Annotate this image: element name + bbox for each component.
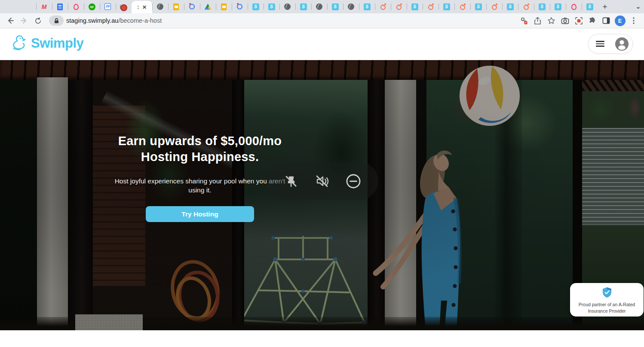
pinned-tab-hubspot[interactable] [486,0,502,13]
pinned-tab-swimply[interactable]: S [534,0,550,13]
volume-mute-icon[interactable] [314,174,330,189]
password-key-icon[interactable] [518,15,530,27]
pinned-tabs-before: Mup29 [36,0,132,13]
hubspot-favicon-icon [523,3,530,10]
swimply-favicon-icon: S [475,3,482,10]
swimply-favicon-icon: S [364,3,371,10]
pinned-tab-swimply[interactable]: S [359,0,375,13]
try-hosting-button[interactable]: Try Hosting [146,206,254,222]
pinned-tab-swimply[interactable]: S [439,0,454,13]
share-icon[interactable] [531,15,543,27]
pinned-tab-hubspot[interactable] [375,0,391,13]
pinned-tab-google-calendar[interactable]: 29 [100,0,116,13]
google-slides-favicon-icon [173,3,179,10]
pinned-tab-hubspot[interactable] [391,0,407,13]
reload-button[interactable] [32,15,44,27]
pinned-tab-hubspot[interactable] [423,0,439,13]
swimply-logo[interactable]: Swimply [10,35,83,52]
pinned-tab-hubspot[interactable] [454,0,470,13]
pinned-tab-swimply[interactable]: S [407,0,423,13]
user-avatar-icon [615,37,629,51]
pinned-tab-globe[interactable] [152,0,168,13]
pinned-tab-swimply[interactable]: S [550,0,566,13]
airbnb-favicon-icon [74,4,79,10]
logo-wordmark: Swimply [31,36,83,51]
screen-record-icon[interactable] [573,15,585,27]
pin-off-icon[interactable] [283,174,299,189]
airbnb-favicon-icon [571,4,577,10]
profile-avatar-initial: E [615,15,626,26]
google-calendar-favicon-icon: 29 [104,3,111,10]
pinned-tab-blue-ring[interactable] [232,0,248,13]
swimply-favicon-icon: S [443,3,450,10]
swimply-favicon-icon: S [555,3,561,10]
hubspot-favicon-icon [491,3,498,10]
pinned-tab-globe[interactable] [343,0,359,13]
swimply-duck-icon [10,35,28,52]
pinned-tab-blue-ring[interactable] [184,0,200,13]
address-bar[interactable]: staging.swimply.au/become-a-host [48,15,513,27]
kebab-menu-icon[interactable] [628,15,640,27]
pinned-tab-google-slides[interactable] [216,0,232,13]
pinned-tab-swimply[interactable]: S [327,0,343,13]
pinned-tab-swimply[interactable]: S [470,0,486,13]
pinned-tab-swimply[interactable]: S [582,0,598,13]
swimply-favicon-icon: S [252,3,259,10]
url-path: /become-a-host [118,17,162,24]
hero-headline-line2: Hosting Happiness. [102,149,298,165]
screen: Mup29 ✕ SSSSSSSSSSSS + ⌄ staging.swimply… [0,0,644,347]
url-text[interactable]: staging.swimply.au/become-a-host [66,17,162,24]
pinned-tab-google-docs[interactable] [52,0,68,13]
active-tab[interactable]: ✕ [132,1,152,13]
insurance-badge-card[interactable]: Proud partner of an A-Rated Insurance Pr… [570,283,644,317]
google-slides-favicon-icon [221,3,227,10]
browser-tab-strip: Mup29 ✕ SSSSSSSSSSSS + ⌄ [0,0,644,13]
minus-circle-icon[interactable] [345,173,362,189]
swimply-favicon-icon: S [539,3,546,10]
close-tab-icon[interactable]: ✕ [142,5,147,10]
media-control-overlay [267,162,378,200]
swimply-favicon-icon: S [332,3,339,10]
hubspot-favicon-icon [396,3,402,10]
pinned-tab-hubspot[interactable] [518,0,534,13]
pinned-tabs-after: SSSSSSSSSSSS [152,0,598,13]
side-panel-icon[interactable] [600,15,612,27]
swimply-favicon-icon: S [507,3,514,10]
hero-section: Earn upwards of $5,000/mo Hosting Happin… [0,60,644,330]
pinned-tab-swimply[interactable]: S [295,0,311,13]
globe-favicon-icon [316,3,322,10]
pinned-tab-google-slides[interactable] [168,0,184,13]
swimply-favicon-icon: S [411,3,418,10]
back-button[interactable] [4,15,16,27]
pinned-tab-gmail[interactable]: M [36,0,52,13]
extensions-puzzle-icon[interactable] [586,15,598,27]
swimply-favicon-icon: S [586,3,593,10]
insurance-shield-icon [602,287,612,298]
pinned-tab-swimply[interactable]: S [264,0,279,13]
tab-search-chevron-icon[interactable]: ⌄ [636,0,641,13]
pinned-tab-globe[interactable] [279,0,295,13]
globe-favicon-icon [348,3,354,10]
new-tab-button[interactable]: + [598,0,612,13]
camera-icon[interactable] [559,15,571,27]
pinned-tab-airbnb[interactable] [68,0,84,13]
pinned-tab-upwork[interactable]: up [84,0,100,13]
pinned-tab-screen-recording[interactable] [116,0,132,13]
account-menu-button[interactable] [588,34,633,54]
pinned-tab-swimply[interactable]: S [502,0,518,13]
gmail-favicon-icon: M [41,4,48,10]
insurance-badge-line2: Insurance Provider [570,308,644,314]
bookmark-star-icon[interactable] [545,15,557,27]
google-drive-favicon-icon [205,4,212,10]
profile-avatar[interactable]: E [614,15,626,27]
pinned-tab-google-drive[interactable] [200,0,216,13]
pinned-tab-swimply[interactable]: S [248,0,264,13]
hubspot-favicon-icon [459,3,466,10]
swimply-favicon-icon: S [300,3,307,10]
pinned-tab-airbnb[interactable] [566,0,582,13]
site-security-lock-icon[interactable] [49,15,64,26]
forward-button[interactable] [18,15,30,27]
pinned-tab-globe[interactable] [311,0,327,13]
hamburger-menu-icon [596,41,604,47]
site-header: Swimply [0,29,644,60]
